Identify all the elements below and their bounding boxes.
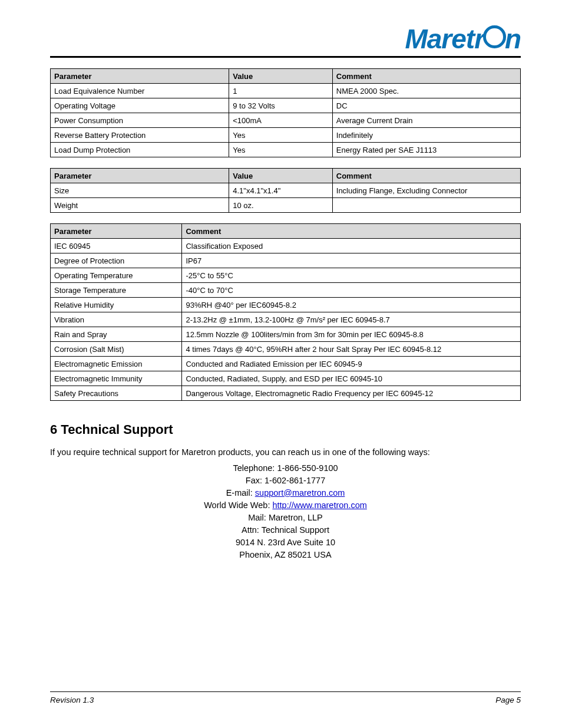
table-cell: IP67: [182, 253, 521, 268]
table-cell: Relative Humidity: [51, 298, 182, 312]
table-cell: Safety Precautions: [51, 386, 182, 401]
table-cell: Energy Rated per SAE J1113: [332, 143, 520, 157]
footer-page-number: Page 5: [495, 696, 521, 704]
table-cell: Conducted and Radiated Emission per IEC …: [182, 357, 521, 371]
table-row: Storage Temperature-40°C to 70°C: [51, 283, 521, 298]
table-cell: [332, 198, 520, 213]
th-comment: Comment: [182, 224, 521, 239]
table-cell: Load Equivalence Number: [51, 84, 229, 98]
table-cell: Operating Temperature: [51, 268, 182, 283]
table-cell: Vibration: [51, 312, 182, 327]
mechanical-parameters-table: Parameter Value Comment Size4.1"x4.1"x1.…: [50, 168, 521, 213]
table-cell: -25°C to 55°C: [182, 268, 521, 283]
table-row: Load Equivalence Number1NMEA 2000 Spec.: [51, 84, 521, 98]
support-email-link[interactable]: support@maretron.com: [255, 488, 345, 498]
th-value: Value: [229, 169, 333, 183]
table-cell: -40°C to 70°C: [182, 283, 521, 298]
table-cell: Rain and Spray: [51, 327, 182, 342]
th-parameter: Parameter: [51, 69, 229, 84]
table-header-row: Parameter Comment: [51, 224, 521, 239]
table-cell: 10 oz.: [229, 198, 333, 213]
table-row: Operating Voltage9 to 32 VoltsDC: [51, 98, 521, 113]
table-row: Weight10 oz.: [51, 198, 521, 213]
table-cell: Power Consumption: [51, 113, 229, 128]
table-cell: 4.1"x4.1"x1.4": [229, 183, 333, 198]
maretron-logo: Maretrn: [405, 23, 521, 55]
footer-revision: Revision 1.3: [50, 696, 94, 704]
table-cell: Operating Voltage: [51, 98, 229, 113]
th-comment: Comment: [332, 69, 520, 84]
table-cell: 93%RH @40° per IEC60945-8.2: [182, 298, 521, 312]
table-cell: Weight: [51, 198, 229, 213]
table-cell: Indefinitely: [332, 128, 520, 143]
table-cell: Degree of Protection: [51, 253, 182, 268]
table-cell: DC: [332, 98, 520, 113]
table-cell: Electromagnetic Emission: [51, 357, 182, 371]
table-cell: Size: [51, 183, 229, 198]
environmental-parameters-table: Parameter Comment IEC 60945Classificatio…: [50, 223, 521, 401]
table-cell: Storage Temperature: [51, 283, 182, 298]
technical-support-intro: If you require technical support for Mar…: [50, 447, 521, 459]
table-row: Relative Humidity93%RH @40° per IEC60945…: [51, 298, 521, 312]
header-rule: Maretrn: [50, 24, 521, 58]
th-comment: Comment: [332, 169, 520, 183]
th-parameter: Parameter: [51, 169, 229, 183]
table-row: Power Consumption<100mAAverage Current D…: [51, 113, 521, 128]
table-cell: 1: [229, 84, 333, 98]
logo-o-icon: [483, 25, 506, 48]
table-cell: 12.5mm Nozzle @ 100liters/min from 3m fo…: [182, 327, 521, 342]
technical-support-heading: 6 Technical Support: [50, 422, 521, 437]
table-cell: Corrosion (Salt Mist): [51, 342, 182, 357]
table-row: Load Dump ProtectionYesEnergy Rated per …: [51, 143, 521, 157]
table-row: Vibration2-13.2Hz @ ±1mm, 13.2-100Hz @ 7…: [51, 312, 521, 327]
support-web-link[interactable]: http://www.maretron.com: [272, 500, 366, 510]
table-cell: Yes: [229, 128, 333, 143]
table-cell: Load Dump Protection: [51, 143, 229, 157]
table-cell: 2-13.2Hz @ ±1mm, 13.2-100Hz @ 7m/s² per …: [182, 312, 521, 327]
table-row: Size4.1"x4.1"x1.4"Including Flange, Excl…: [51, 183, 521, 198]
table-row: Rain and Spray12.5mm Nozzle @ 100liters/…: [51, 327, 521, 342]
table-row: Safety PrecautionsDangerous Voltage, Ele…: [51, 386, 521, 401]
table-cell: Classification Exposed: [182, 239, 521, 253]
table-cell: Dangerous Voltage, Electromagnetic Radio…: [182, 386, 521, 401]
th-value: Value: [229, 69, 333, 84]
th-parameter: Parameter: [51, 224, 182, 239]
table-cell: Reverse Battery Protection: [51, 128, 229, 143]
table-cell: 9 to 32 Volts: [229, 98, 333, 113]
page-footer: Revision 1.3 Page 5: [50, 691, 521, 704]
table-row: Electromagnetic EmissionConducted and Ra…: [51, 357, 521, 371]
table-cell: Conducted, Radiated, Supply, and ESD per…: [182, 371, 521, 386]
table-header-row: Parameter Value Comment: [51, 169, 521, 183]
contact-block: Telephone: 1-866-550-9100 Fax: 1-602-861…: [50, 462, 521, 561]
table-cell: Average Current Drain: [332, 113, 520, 128]
table-cell: Including Flange, Excluding Connector: [332, 183, 520, 198]
table-cell: Electromagnetic Immunity: [51, 371, 182, 386]
power-parameters-table: Parameter Value Comment Load Equivalence…: [50, 68, 521, 157]
table-cell: <100mA: [229, 113, 333, 128]
table-cell: Yes: [229, 143, 333, 157]
table-cell: 4 times 7days @ 40°C, 95%RH after 2 hour…: [182, 342, 521, 357]
table-header-row: Parameter Value Comment: [51, 69, 521, 84]
table-row: Reverse Battery ProtectionYesIndefinitel…: [51, 128, 521, 143]
table-row: Operating Temperature-25°C to 55°C: [51, 268, 521, 283]
table-row: Electromagnetic ImmunityConducted, Radia…: [51, 371, 521, 386]
table-row: Corrosion (Salt Mist)4 times 7days @ 40°…: [51, 342, 521, 357]
table-cell: IEC 60945: [51, 239, 182, 253]
table-row: IEC 60945Classification Exposed: [51, 239, 521, 253]
table-row: Degree of ProtectionIP67: [51, 253, 521, 268]
table-cell: NMEA 2000 Spec.: [332, 84, 520, 98]
